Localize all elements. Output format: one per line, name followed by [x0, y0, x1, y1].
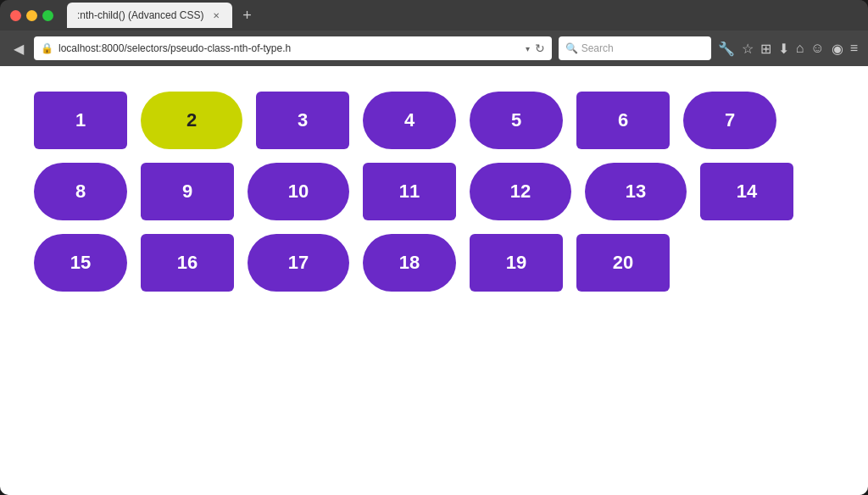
box-item[interactable]: 9	[141, 163, 234, 220]
box-item[interactable]: 1	[34, 92, 127, 149]
box-item[interactable]: 12	[470, 163, 571, 220]
back-button[interactable]: ◀	[10, 37, 27, 60]
home-icon[interactable]: ⌂	[796, 41, 804, 56]
boxes-grid: 1234567891011121314151617181920	[34, 92, 797, 292]
tab-close-button[interactable]: ✕	[210, 9, 222, 21]
box-item[interactable]: 8	[34, 163, 127, 220]
box-item[interactable]: 14	[700, 163, 793, 220]
box-item[interactable]: 20	[576, 234, 670, 292]
download-icon[interactable]: ⬇	[778, 41, 789, 57]
minimize-button[interactable]	[26, 10, 37, 21]
menu-icon[interactable]: ≡	[850, 41, 858, 56]
traffic-lights	[10, 10, 53, 21]
close-button[interactable]	[10, 10, 21, 21]
active-tab[interactable]: :nth-child() (Advanced CSS) ✕	[67, 3, 232, 28]
close-icon: ✕	[213, 11, 220, 20]
box-item[interactable]: 6	[576, 92, 670, 149]
new-tab-button[interactable]: +	[236, 4, 258, 26]
url-text: localhost:8000/selectors/pseudo-class-nt…	[58, 42, 520, 54]
box-item[interactable]: 5	[470, 92, 563, 149]
plus-icon: +	[242, 7, 252, 25]
star-icon[interactable]: ☆	[742, 41, 754, 57]
page-content: 1234567891011121314151617181920	[0, 66, 868, 495]
circle-icon[interactable]: ◉	[832, 41, 843, 57]
browser-window: :nth-child() (Advanced CSS) ✕ + ◀ 🔒 loca…	[0, 0, 868, 495]
box-item[interactable]: 18	[363, 234, 456, 292]
search-placeholder: Search	[581, 42, 614, 54]
nav-icons: 🔧 ☆ ⊞ ⬇ ⌂ ☺ ◉ ≡	[718, 41, 858, 57]
lock-icon: 🔒	[41, 42, 53, 54]
dropdown-icon[interactable]: ▾	[526, 44, 530, 53]
box-item[interactable]: 13	[585, 163, 687, 220]
box-item[interactable]: 17	[248, 234, 349, 292]
url-bar[interactable]: 🔒 localhost:8000/selectors/pseudo-class-…	[34, 36, 552, 60]
grid-icon[interactable]: ⊞	[760, 41, 771, 57]
navigation-bar: ◀ 🔒 localhost:8000/selectors/pseudo-clas…	[0, 31, 868, 66]
box-item[interactable]: 4	[363, 92, 456, 149]
refresh-icon[interactable]: ↻	[535, 42, 545, 55]
title-bar: :nth-child() (Advanced CSS) ✕ +	[0, 0, 868, 31]
box-item[interactable]: 15	[34, 234, 127, 292]
smiley-icon[interactable]: ☺	[810, 41, 824, 56]
box-item[interactable]: 7	[683, 92, 776, 149]
box-item[interactable]: 19	[470, 234, 563, 292]
box-item[interactable]: 3	[256, 92, 349, 149]
wrench-icon[interactable]: 🔧	[718, 41, 735, 57]
box-item[interactable]: 10	[248, 163, 349, 220]
maximize-button[interactable]	[42, 10, 53, 21]
tab-bar: :nth-child() (Advanced CSS) ✕ +	[67, 3, 858, 28]
box-item[interactable]: 2	[141, 92, 242, 149]
back-icon: ◀	[14, 41, 24, 57]
box-item[interactable]: 11	[363, 163, 456, 220]
search-bar[interactable]: 🔍 Search	[559, 36, 711, 60]
search-icon: 🔍	[565, 42, 578, 54]
tab-title: :nth-child() (Advanced CSS)	[77, 9, 203, 21]
box-item[interactable]: 16	[141, 234, 234, 292]
